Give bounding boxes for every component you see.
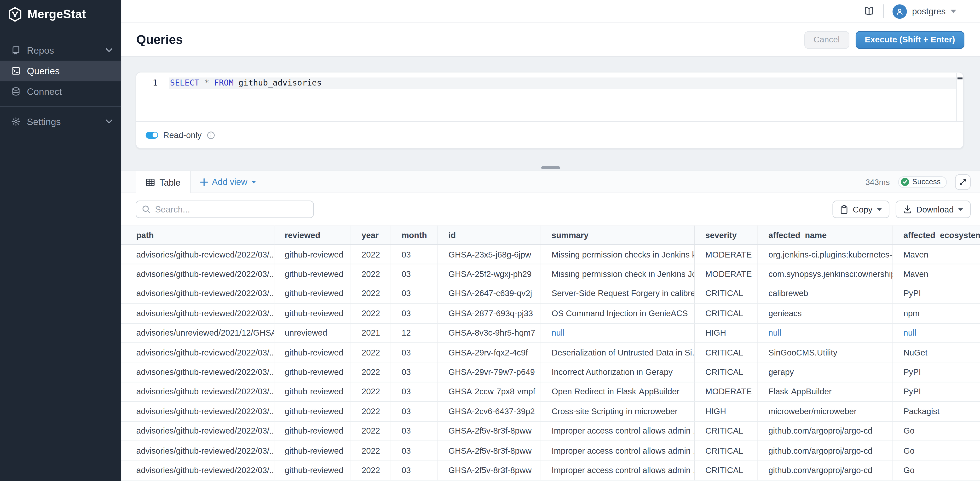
cell-id: GHSA-29vr-79w7-p649 [438,362,541,382]
cell-severity: CRITICAL [694,303,757,323]
cell-summary: Improper access control allows admin ... [541,421,694,441]
cell-month: 03 [391,460,438,480]
cell-severity: MODERATE [694,264,757,284]
sidebar-item-settings[interactable]: Settings [0,111,121,132]
sidebar-item-label: Repos [27,45,106,56]
table-row[interactable]: advisories/github-reviewed/2022/03/...gi… [121,303,980,323]
code-token-operator: * [204,78,209,87]
cell-summary: Improper access control allows admin ... [541,460,694,480]
cell-summary: Incorrect Authorization in Gerapy [541,362,694,382]
cell-id: GHSA-2647-c639-qv2j [438,284,541,303]
chevron-down-icon [106,119,113,124]
column-header-year[interactable]: year [350,226,391,244]
docs-book-icon[interactable] [864,6,875,16]
cell-summary: Missing permission check in Jenkins Jo..… [541,264,694,284]
editor-scrollbar[interactable] [956,73,963,121]
column-header-severity[interactable]: severity [694,226,757,244]
cell-id: GHSA-2ccw-7px8-vmpf [438,382,541,402]
cell-affected_ecosystem: PyPI [892,382,980,402]
table-row[interactable]: advisories/github-reviewed/2022/03/...gi… [121,284,980,303]
page-header: Queries Cancel Execute (Shift + Enter) [121,23,980,57]
column-header-reviewed[interactable]: reviewed [274,226,350,244]
info-icon[interactable] [207,131,215,139]
table-row[interactable]: advisories/github-reviewed/2022/03/...gi… [121,343,980,362]
table-row[interactable]: advisories/github-reviewed/2022/03/...gi… [121,402,980,421]
read-only-toggle[interactable] [146,132,158,138]
sidebar-item-connect[interactable]: Connect [0,81,121,102]
cell-reviewed: github-reviewed [274,441,350,460]
column-header-affected_ecosystem[interactable]: affected_ecosystem [892,226,980,244]
status-cluster: 343ms Success [865,171,970,193]
cell-id: GHSA-2cv6-6437-39p2 [438,402,541,421]
cell-severity: CRITICAL [694,460,757,480]
cell-reviewed: github-reviewed [274,244,350,264]
cell-month: 03 [391,303,438,323]
sql-editor[interactable]: 1 SELECT * FROM github_advisories [136,73,963,122]
cell-reviewed: github-reviewed [274,402,350,421]
line-number: 1 [136,77,158,89]
chevron-down-icon [951,10,956,13]
cell-path: advisories/github-reviewed/2022/03/... [121,264,274,284]
expand-icon [959,178,967,186]
column-header-summary[interactable]: summary [541,226,694,244]
cell-path: advisories/github-reviewed/2022/03/... [121,460,274,480]
table-row[interactable]: advisories/github-reviewed/2022/03/...gi… [121,421,980,441]
sidebar-item-repos[interactable]: Repos [0,40,121,60]
cell-affected_ecosystem: null [892,323,980,343]
sidebar-item-label: Queries [27,66,112,76]
table-row[interactable]: advisories/github-reviewed/2022/03/...gi… [121,382,980,402]
sidebar-nav: Repos Queries [0,40,121,132]
download-label: Download [916,205,954,214]
results-table: pathreviewedyearmonthidsummaryseverityaf… [121,225,980,480]
code-token-keyword: FROM [214,78,234,87]
column-header-affected_name[interactable]: affected_name [757,226,892,244]
column-header-path[interactable]: path [121,226,274,244]
cell-affected_ecosystem: NuGet [892,343,980,362]
results-toolbar: Copy Download [135,200,970,218]
table-row[interactable]: advisories/github-reviewed/2022/03/...gi… [121,441,980,460]
add-view-button[interactable]: Add view [200,171,256,193]
copy-button[interactable]: Copy [833,200,889,218]
table-row[interactable]: advisories/unreviewed/2021/12/GHSA...unr… [121,323,980,343]
tab-table[interactable]: Table [135,171,191,193]
code-token-plain [199,78,204,87]
search-box[interactable] [135,200,313,218]
column-header-id[interactable]: id [438,226,541,244]
download-button[interactable]: Download [896,200,970,218]
cell-affected_name: null [757,323,892,343]
sidebar-item-queries[interactable]: Queries [0,60,121,81]
execute-button[interactable]: Execute (Shift + Enter) [855,31,964,48]
table-row[interactable]: advisories/github-reviewed/2022/03/...gi… [121,244,980,264]
cell-reviewed: unreviewed [274,323,350,343]
book-icon [11,46,21,55]
editor-scrollbar-thumb[interactable] [958,77,963,79]
cell-month: 03 [391,284,438,303]
user-menu[interactable]: postgres [893,4,956,19]
chevron-down-icon [877,208,882,211]
sidebar-divider [0,106,121,107]
cell-year: 2022 [350,244,391,264]
expand-button[interactable] [955,174,970,189]
table-row[interactable]: advisories/github-reviewed/2022/03/...gi… [121,264,980,284]
cell-severity: MODERATE [694,244,757,264]
topbar-divider [883,4,884,18]
cell-severity: MODERATE [694,382,757,402]
column-header-month[interactable]: month [391,226,438,244]
cell-severity: CRITICAL [694,343,757,362]
code-token-keyword: SELECT [170,78,199,87]
cell-severity: HIGH [694,323,757,343]
add-view-label: Add view [212,177,247,187]
table-row[interactable]: advisories/github-reviewed/2022/03/...gi… [121,460,980,480]
cell-affected_name: com.synopsys.jenkinsci:ownership [757,264,892,284]
cell-affected_ecosystem: Maven [892,244,980,264]
cancel-button[interactable]: Cancel [804,31,849,48]
cell-summary: OS Command Injection in GenieACS [541,303,694,323]
cell-month: 03 [391,441,438,460]
cell-severity: HIGH [694,402,757,421]
cell-affected_ecosystem: Go [892,441,980,460]
resize-handle[interactable] [541,166,560,169]
cell-reviewed: github-reviewed [274,264,350,284]
table-row[interactable]: advisories/github-reviewed/2022/03/...gi… [121,362,980,382]
search-input[interactable] [155,204,307,214]
mergestat-logo[interactable]: MergeStat [0,0,121,22]
